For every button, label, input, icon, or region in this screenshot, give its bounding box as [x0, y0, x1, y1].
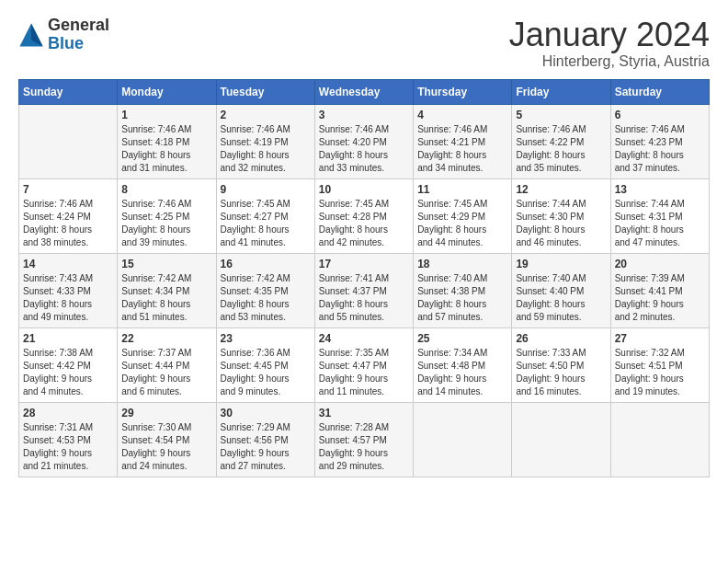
day-number: 27	[615, 332, 705, 345]
day-number: 17	[319, 258, 409, 270]
day-details: Sunrise: 7:31 AM Sunset: 4:53 PM Dayligh…	[23, 421, 113, 473]
cell-w4-d6	[610, 402, 709, 477]
day-details: Sunrise: 7:35 AM Sunset: 4:47 PM Dayligh…	[319, 347, 409, 398]
cell-w1-d2: 9Sunrise: 7:45 AM Sunset: 4:27 PM Daylig…	[216, 178, 314, 253]
cell-w3-d3: 24Sunrise: 7:35 AM Sunset: 4:47 PM Dayli…	[314, 327, 413, 402]
cell-w4-d0: 28Sunrise: 7:31 AM Sunset: 4:53 PM Dayli…	[19, 402, 118, 477]
day-details: Sunrise: 7:44 AM Sunset: 4:30 PM Dayligh…	[516, 198, 606, 249]
day-details: Sunrise: 7:36 AM Sunset: 4:45 PM Dayligh…	[221, 347, 311, 398]
day-number: 2	[221, 109, 311, 121]
week-row-1: 7Sunrise: 7:46 AM Sunset: 4:24 PM Daylig…	[19, 178, 710, 253]
day-details: Sunrise: 7:40 AM Sunset: 4:40 PM Dayligh…	[516, 272, 606, 324]
cell-w0-d0	[19, 104, 118, 178]
day-details: Sunrise: 7:43 AM Sunset: 4:33 PM Dayligh…	[23, 272, 113, 324]
day-number: 28	[23, 407, 113, 419]
day-details: Sunrise: 7:46 AM Sunset: 4:20 PM Dayligh…	[319, 123, 409, 175]
day-number: 12	[516, 183, 606, 196]
day-number: 29	[121, 407, 211, 419]
cell-w3-d2: 23Sunrise: 7:36 AM Sunset: 4:45 PM Dayli…	[216, 327, 314, 402]
day-details: Sunrise: 7:42 AM Sunset: 4:35 PM Dayligh…	[221, 272, 311, 324]
calendar-table: Sunday Monday Tuesday Wednesday Thursday…	[18, 79, 710, 477]
day-number: 5	[516, 109, 606, 121]
day-details: Sunrise: 7:46 AM Sunset: 4:23 PM Dayligh…	[615, 123, 705, 175]
logo: General Blue	[18, 17, 109, 53]
day-number: 15	[121, 258, 211, 270]
weekday-header-row: Sunday Monday Tuesday Wednesday Thursday…	[19, 79, 710, 104]
day-number: 22	[121, 332, 211, 345]
week-row-4: 28Sunrise: 7:31 AM Sunset: 4:53 PM Dayli…	[19, 402, 710, 477]
day-details: Sunrise: 7:29 AM Sunset: 4:56 PM Dayligh…	[221, 421, 311, 473]
calendar-subtitle: Hinterberg, Styria, Austria	[509, 53, 710, 70]
cell-w2-d0: 14Sunrise: 7:43 AM Sunset: 4:33 PM Dayli…	[19, 253, 118, 327]
cell-w0-d6: 6Sunrise: 7:46 AM Sunset: 4:23 PM Daylig…	[610, 104, 709, 178]
title-block: January 2024 Hinterberg, Styria, Austria	[509, 17, 710, 70]
day-number: 23	[221, 332, 311, 345]
header-sunday: Sunday	[19, 79, 118, 104]
week-row-0: 1Sunrise: 7:46 AM Sunset: 4:18 PM Daylig…	[19, 104, 710, 178]
day-number: 16	[221, 258, 311, 270]
cell-w1-d4: 11Sunrise: 7:45 AM Sunset: 4:29 PM Dayli…	[414, 178, 512, 253]
calendar-body: 1Sunrise: 7:46 AM Sunset: 4:18 PM Daylig…	[19, 104, 710, 477]
day-number: 20	[615, 258, 705, 270]
day-details: Sunrise: 7:41 AM Sunset: 4:37 PM Dayligh…	[319, 272, 409, 324]
cell-w3-d6: 27Sunrise: 7:32 AM Sunset: 4:51 PM Dayli…	[610, 327, 709, 402]
cell-w3-d5: 26Sunrise: 7:33 AM Sunset: 4:50 PM Dayli…	[512, 327, 610, 402]
cell-w4-d4	[414, 402, 512, 477]
cell-w0-d1: 1Sunrise: 7:46 AM Sunset: 4:18 PM Daylig…	[118, 104, 216, 178]
day-number: 13	[615, 183, 705, 196]
day-number: 11	[417, 183, 507, 196]
day-details: Sunrise: 7:45 AM Sunset: 4:29 PM Dayligh…	[417, 198, 507, 249]
day-number: 24	[319, 332, 409, 345]
cell-w2-d4: 18Sunrise: 7:40 AM Sunset: 4:38 PM Dayli…	[414, 253, 512, 327]
cell-w3-d4: 25Sunrise: 7:34 AM Sunset: 4:48 PM Dayli…	[414, 327, 512, 402]
day-details: Sunrise: 7:46 AM Sunset: 4:19 PM Dayligh…	[221, 123, 311, 175]
logo-icon	[18, 22, 44, 48]
week-row-2: 14Sunrise: 7:43 AM Sunset: 4:33 PM Dayli…	[19, 253, 710, 327]
day-number: 21	[23, 332, 113, 345]
day-number: 18	[417, 258, 507, 270]
header: General Blue January 2024 Hinterberg, St…	[18, 17, 710, 70]
cell-w2-d5: 19Sunrise: 7:40 AM Sunset: 4:40 PM Dayli…	[512, 253, 610, 327]
cell-w4-d3: 31Sunrise: 7:28 AM Sunset: 4:57 PM Dayli…	[314, 402, 413, 477]
day-number: 7	[23, 183, 113, 196]
day-number: 14	[23, 258, 113, 270]
cell-w2-d3: 17Sunrise: 7:41 AM Sunset: 4:37 PM Dayli…	[314, 253, 413, 327]
cell-w0-d3: 3Sunrise: 7:46 AM Sunset: 4:20 PM Daylig…	[314, 104, 413, 178]
day-number: 3	[319, 109, 409, 121]
day-number: 4	[417, 109, 507, 121]
day-number: 1	[121, 109, 211, 121]
day-number: 25	[417, 332, 507, 345]
cell-w1-d0: 7Sunrise: 7:46 AM Sunset: 4:24 PM Daylig…	[19, 178, 118, 253]
calendar-title: January 2024	[509, 17, 710, 53]
cell-w1-d1: 8Sunrise: 7:46 AM Sunset: 4:25 PM Daylig…	[118, 178, 216, 253]
day-details: Sunrise: 7:42 AM Sunset: 4:34 PM Dayligh…	[121, 272, 211, 324]
cell-w2-d2: 16Sunrise: 7:42 AM Sunset: 4:35 PM Dayli…	[216, 253, 314, 327]
cell-w0-d5: 5Sunrise: 7:46 AM Sunset: 4:22 PM Daylig…	[512, 104, 610, 178]
cell-w1-d3: 10Sunrise: 7:45 AM Sunset: 4:28 PM Dayli…	[314, 178, 413, 253]
day-details: Sunrise: 7:46 AM Sunset: 4:25 PM Dayligh…	[121, 198, 211, 249]
header-monday: Monday	[118, 79, 216, 104]
cell-w2-d1: 15Sunrise: 7:42 AM Sunset: 4:34 PM Dayli…	[118, 253, 216, 327]
header-friday: Friday	[512, 79, 610, 104]
logo-text: General Blue	[48, 17, 109, 53]
day-details: Sunrise: 7:30 AM Sunset: 4:54 PM Dayligh…	[121, 421, 211, 473]
day-details: Sunrise: 7:33 AM Sunset: 4:50 PM Dayligh…	[516, 347, 606, 398]
day-details: Sunrise: 7:32 AM Sunset: 4:51 PM Dayligh…	[615, 347, 705, 398]
logo-line1: General	[48, 16, 109, 34]
cell-w0-d2: 2Sunrise: 7:46 AM Sunset: 4:19 PM Daylig…	[216, 104, 314, 178]
cell-w4-d1: 29Sunrise: 7:30 AM Sunset: 4:54 PM Dayli…	[118, 402, 216, 477]
day-details: Sunrise: 7:40 AM Sunset: 4:38 PM Dayligh…	[417, 272, 507, 324]
day-number: 26	[516, 332, 606, 345]
cell-w4-d5	[512, 402, 610, 477]
day-details: Sunrise: 7:37 AM Sunset: 4:44 PM Dayligh…	[121, 347, 211, 398]
cell-w3-d0: 21Sunrise: 7:38 AM Sunset: 4:42 PM Dayli…	[19, 327, 118, 402]
week-row-3: 21Sunrise: 7:38 AM Sunset: 4:42 PM Dayli…	[19, 327, 710, 402]
day-details: Sunrise: 7:46 AM Sunset: 4:21 PM Dayligh…	[417, 123, 507, 175]
day-details: Sunrise: 7:28 AM Sunset: 4:57 PM Dayligh…	[319, 421, 409, 473]
header-tuesday: Tuesday	[216, 79, 314, 104]
day-details: Sunrise: 7:45 AM Sunset: 4:28 PM Dayligh…	[319, 198, 409, 249]
day-number: 6	[615, 109, 705, 121]
logo-line2: Blue	[48, 34, 84, 52]
day-details: Sunrise: 7:46 AM Sunset: 4:22 PM Dayligh…	[516, 123, 606, 175]
cell-w2-d6: 20Sunrise: 7:39 AM Sunset: 4:41 PM Dayli…	[610, 253, 709, 327]
